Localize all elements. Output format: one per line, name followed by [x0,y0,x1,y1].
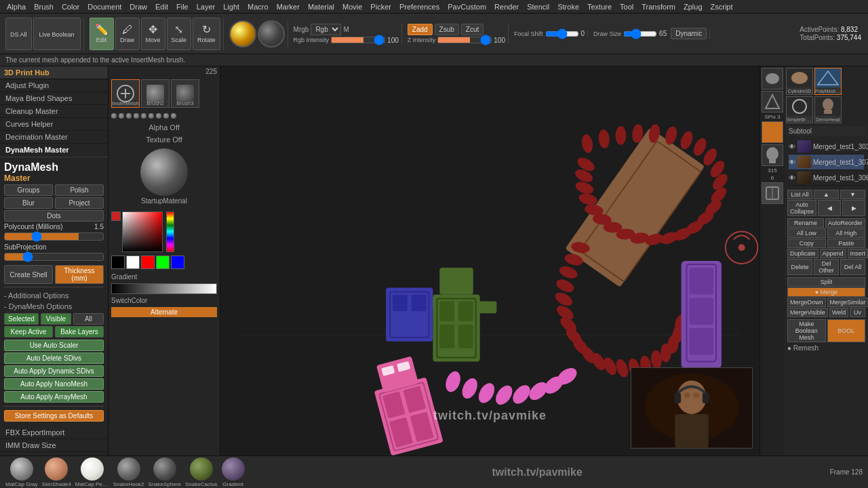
draw-button[interactable]: 🖊Draw [115,18,140,50]
edit-button[interactable]: ✏️Edit [90,18,114,50]
brush-thumb-insertmesh[interactable]: InsertMesh [111,79,140,108]
menu-item-edit[interactable]: Edit [151,3,172,11]
store-settings-button[interactable]: Store Settings as Defaults [4,410,104,422]
zcut-button[interactable]: Zcut [461,24,484,35]
menu-item-pavcustom[interactable]: PavCustom [443,3,490,11]
create-shell-button[interactable]: Create Shell [4,265,53,284]
subtool-row-merged307[interactable]: 👁 Merged_test1_307 [789,155,864,170]
color-sphere[interactable] [229,20,256,47]
bool-button[interactable]: BOOL [827,319,866,342]
plugin-maya-blend[interactable]: Maya Blend Shapes [0,92,108,105]
material-sphere[interactable] [140,148,188,196]
mat-snakesphere[interactable]: SnakeSphere [149,458,181,487]
auto-apply-dynamic-button[interactable]: Auto Apply Dynamic SDivs [4,365,104,377]
auto-delete-sdivs-button[interactable]: Auto Delete SDivs [4,352,104,364]
draw-size-slider[interactable] [623,31,657,37]
all-button[interactable]: All [73,313,104,325]
rotate-button[interactable]: ↻Rotate [193,18,220,50]
collapse-left-button[interactable]: ◀ [818,200,841,216]
swatch-red[interactable] [141,256,155,269]
auto-collapse-button[interactable]: Auto Collapse [787,200,816,216]
menu-item-macro[interactable]: Macro [243,3,273,11]
copy-button[interactable]: Copy [787,239,826,248]
mat-gradient-mat[interactable]: Gradient [222,458,245,487]
mat-skinshade4[interactable]: SkinShade4 [42,458,71,487]
focal-shift-slider[interactable] [545,31,579,37]
subtool-row-merged303[interactable]: 👁 Merged_test1_303 [789,139,864,155]
z-intensity-slider[interactable] [437,37,492,43]
menu-item-alpha[interactable]: Alpha [3,3,30,11]
swatch-green[interactable] [156,256,170,269]
menu-item-zplug[interactable]: Zplug [679,3,707,11]
del-all-button[interactable]: Del All [840,259,865,275]
merge-button[interactable]: ● Merge [787,287,865,297]
color-picker[interactable] [108,209,220,272]
append-button[interactable]: Append [820,249,846,258]
plugin-adjust[interactable]: Adjust Plugin [0,79,108,92]
dark-sphere[interactable] [258,20,285,47]
viewport[interactable]: twitch.tv/pavmike [220,66,760,455]
collapse-right-button[interactable]: ▶ [842,200,865,216]
brush-thumb-3[interactable]: Brush3 [171,79,199,108]
plugin-cleanup[interactable]: Cleanup Master [0,105,108,118]
bake-layers-button[interactable]: Bake Layers [55,326,104,338]
merge-similar-button[interactable]: MergeSimilar [827,298,868,307]
merge-down-button[interactable]: MergeDown [787,298,826,307]
tool-polymesh[interactable] [762,91,783,113]
mat-snakecactus[interactable]: SnakeCactus [185,458,218,487]
visible-button[interactable]: Visible [41,313,71,325]
rgb-select[interactable]: Rgb [311,24,341,35]
merge-visible-button[interactable]: MergeVisible [787,308,828,317]
tool-demohead[interactable] [762,144,783,166]
live-boolean-button[interactable]: Live Boolean [33,18,81,50]
menu-item-movie[interactable]: Movie [338,3,366,11]
color-fg[interactable] [111,211,121,221]
autoorder-button[interactable]: AutoReorder [825,218,865,228]
alternate-button[interactable]: Alternate [111,307,217,317]
duplicate-button[interactable]: Duplicate [787,249,818,258]
mat-pearl[interactable]: MatCap Pearl Ca [75,458,109,487]
menu-item-file[interactable]: File [172,3,193,11]
plugin-imm-draw[interactable]: IMM Draw Size [0,439,108,452]
menu-item-document[interactable]: Document [83,3,125,11]
paste-button[interactable]: Paste [827,239,866,248]
subtool-demohead[interactable]: DemoHead [814,96,842,123]
tool-simplebrush[interactable] [762,121,783,143]
plugin-dynmesh[interactable]: DynaMesh Master [0,144,108,157]
zadd-button[interactable]: Zadd [408,24,433,35]
use-auto-scaler-button[interactable]: Use Auto Scaler [4,340,104,351]
subtool-cylinder[interactable]: Cylindre3D [786,68,813,95]
delete-button[interactable]: Delete [787,259,812,275]
subprojection-slider[interactable] [4,253,104,261]
color-hue-bar[interactable] [166,211,174,252]
auto-apply-nanomesh-button[interactable]: Auto Apply NanoMesh [4,378,104,390]
weld-button[interactable]: Weld [829,308,848,317]
plugin-decimation[interactable]: Decimation Master [0,131,108,144]
keep-active-button[interactable]: Keep Active [4,326,53,338]
thickness-button[interactable]: Thickness (mm) [55,265,104,284]
menu-item-layer[interactable]: Layer [193,3,220,11]
menu-item-texture[interactable]: Texture [583,3,616,11]
polycount-slider[interactable] [4,232,104,241]
menu-item-light[interactable]: Light [219,3,243,11]
menu-item-brush[interactable]: Brush [30,3,58,11]
groups-button[interactable]: Groups [4,184,53,196]
uv-button[interactable]: Uv [850,308,865,317]
ds-all-button[interactable]: DS All [5,18,32,50]
make-boolean-mesh-button[interactable]: Make Boolean Mesh [787,319,826,342]
selected-button[interactable]: Selected [4,313,39,325]
scale-button[interactable]: ⤡Scale [167,18,192,50]
del-other-button[interactable]: Del Other [814,259,839,275]
auto-apply-arraymesh-button[interactable]: Auto Apply ArrayMesh [4,391,104,403]
menu-item-render[interactable]: Render [490,3,523,11]
arrow-down-button[interactable]: ▼ [840,190,865,199]
mat-matcap-gray[interactable]: MatCap Gray [5,458,38,487]
dynamic-button[interactable]: Dynamic [671,28,707,39]
plugin-curves[interactable]: Curves Helper [0,118,108,131]
list-all-button[interactable]: List All [787,190,812,199]
color-square[interactable] [122,211,163,252]
plugin-fbx[interactable]: FBX ExportImport [0,426,108,439]
insert-button[interactable]: Insert [848,249,868,258]
swatch-black[interactable] [111,256,125,269]
all-high-button[interactable]: All High [827,228,866,238]
